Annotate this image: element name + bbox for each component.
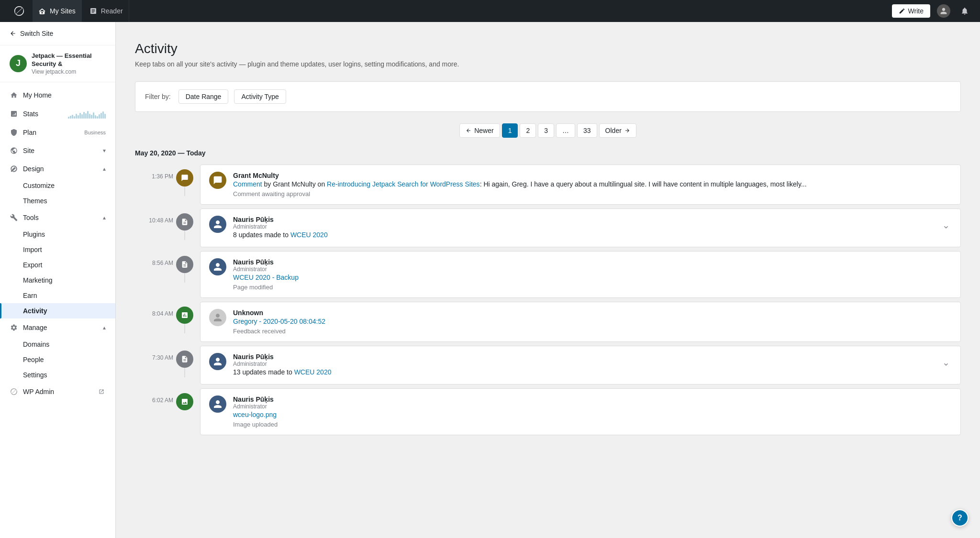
activity-content: Unknown Gregory - 2020-05-20 08:04:52 Fe… [233,309,952,335]
customize-label: Customize [23,182,55,189]
sidebar-item-plan[interactable]: Plan Business [0,123,115,142]
sidebar-item-activity[interactable]: Activity [0,303,115,318]
wordpress-logo[interactable] [8,0,31,22]
comment-link[interactable]: Comment [233,180,262,188]
sidebar-item-customize[interactable]: Customize [0,178,115,193]
activity-content: Nauris Pūķis Administrator wceu-logo.png… [233,395,952,428]
post-link[interactable]: Re-introducing Jetpack Search for WordPr… [327,180,480,188]
timeline-line [184,231,185,240]
pagination-page-33[interactable]: 33 [577,123,597,138]
plan-label: Plan [23,129,79,136]
user-role: Administrator [233,361,934,367]
help-icon: ? [958,514,962,522]
site-icon [10,146,18,155]
activity-time: 7:30 AM [135,346,173,361]
import-label: Import [23,246,42,253]
activity-card: Nauris Pūķis Administrator wceu-logo.png… [200,388,961,435]
timeline-line [184,324,185,333]
user-name: Nauris Pūķis [233,258,952,266]
filter-activity-type-button[interactable]: Activity Type [234,89,286,104]
filter-bar: Filter by: Date Range Activity Type [135,81,961,112]
manage-label: Manage [23,324,98,331]
themes-label: Themes [23,197,47,205]
user-avatar [937,4,950,18]
timeline-column [173,388,196,410]
top-nav-right: Write [892,3,972,19]
expand-button[interactable] [940,221,952,235]
activity-content: Grant McNulty Comment by Grant McNulty o… [233,172,952,198]
user-name: Grant McNulty [233,172,952,179]
switch-site-button[interactable]: Switch Site [0,22,115,45]
activity-row: 7:30 AM Nauris Pūķis Administrator 13 up… [135,346,961,388]
user-avatar [209,309,226,326]
activity-content: Nauris Pūķis Administrator 8 updates mad… [233,216,934,240]
user-name: Nauris Pūķis [233,395,952,403]
sidebar-item-plugins[interactable]: Plugins [0,227,115,242]
feedback-link[interactable]: Gregory - 2020-05-20 08:04:52 [233,318,325,325]
pagination-page-1[interactable]: 1 [502,123,518,138]
write-button[interactable]: Write [892,4,930,18]
site-info-text: Jetpack — Essential Security & View jetp… [32,52,106,75]
filter-activity-type-label: Activity Type [241,93,278,100]
sidebar-item-stats[interactable]: Stats [0,104,115,123]
wceu-link-2[interactable]: WCEU 2020 [294,368,332,376]
notifications-icon[interactable] [957,3,972,19]
my-home-label: My Home [23,91,106,99]
media-link[interactable]: wceu-logo.png [233,411,277,418]
activity-description: 13 updates made to WCEU 2020 [233,367,934,377]
date-group-label: May 20, 2020 — Today [135,149,961,157]
my-sites-nav[interactable]: My Sites [33,0,82,22]
sidebar-item-export[interactable]: Export [0,257,115,273]
sidebar: Switch Site J Jetpack — Essential Securi… [0,22,116,538]
pagination-newer-label: Newer [474,127,493,134]
manage-arrow-icon: ▴ [103,324,106,331]
people-label: People [23,356,44,363]
feedback-icon [176,307,193,324]
activity-time: 1:36 PM [135,165,173,180]
sidebar-item-domains[interactable]: Domains [0,337,115,352]
pagination-older-button[interactable]: Older [599,123,636,138]
page-3-label: 3 [544,127,548,134]
activity-description: 8 updates made to WCEU 2020 [233,230,934,240]
pagination-page-2[interactable]: 2 [520,123,536,138]
pagination-newer-button[interactable]: Newer [459,123,500,138]
activity-row: 1:36 PM Grant McNulty Comment by Grant M… [135,165,961,209]
sidebar-item-site[interactable]: Site ▾ [0,142,115,160]
tools-arrow-icon: ▴ [103,214,106,221]
user-role: Administrator [233,266,952,273]
page-1-label: 1 [508,127,512,134]
sidebar-item-my-home[interactable]: My Home [0,86,115,104]
sidebar-item-earn[interactable]: Earn [0,288,115,303]
design-arrow-icon: ▴ [103,165,106,172]
sidebar-item-marketing[interactable]: Marketing [0,273,115,288]
site-label: Site [23,147,98,154]
user-name: Nauris Pūķis [233,353,934,361]
sidebar-item-tools[interactable]: Tools ▴ [0,209,115,227]
reader-nav[interactable]: Reader [84,0,129,22]
user-avatar-icon[interactable] [936,3,951,19]
design-label: Design [23,165,98,173]
filter-date-range-button[interactable]: Date Range [178,89,229,104]
backup-link[interactable]: WCEU 2020 - Backup [233,274,299,281]
pagination: Newer 1 2 3 … 33 Older [135,123,961,138]
reader-label: Reader [101,7,123,15]
wceu-link[interactable]: WCEU 2020 [290,231,328,239]
sidebar-item-manage[interactable]: Manage ▴ [0,318,115,337]
sidebar-item-import[interactable]: Import [0,242,115,257]
sidebar-item-design[interactable]: Design ▴ [0,160,115,178]
activity-time: 6:02 AM [135,388,173,404]
pagination-ellipsis: … [556,123,575,138]
sidebar-item-wp-admin[interactable]: WP Admin [0,383,115,401]
sidebar-item-themes[interactable]: Themes [0,193,115,209]
design-icon [10,165,18,173]
sidebar-item-people[interactable]: People [0,352,115,367]
sidebar-item-settings[interactable]: Settings [0,367,115,383]
expand-button[interactable] [940,359,952,372]
page-icon [176,351,193,368]
page-title: Activity [135,41,961,56]
page-icon [176,213,193,231]
help-button[interactable]: ? [951,509,969,527]
site-name: Jetpack — Essential Security & [32,52,106,68]
pagination-page-3[interactable]: 3 [538,123,554,138]
user-name: Nauris Pūķis [233,216,934,223]
